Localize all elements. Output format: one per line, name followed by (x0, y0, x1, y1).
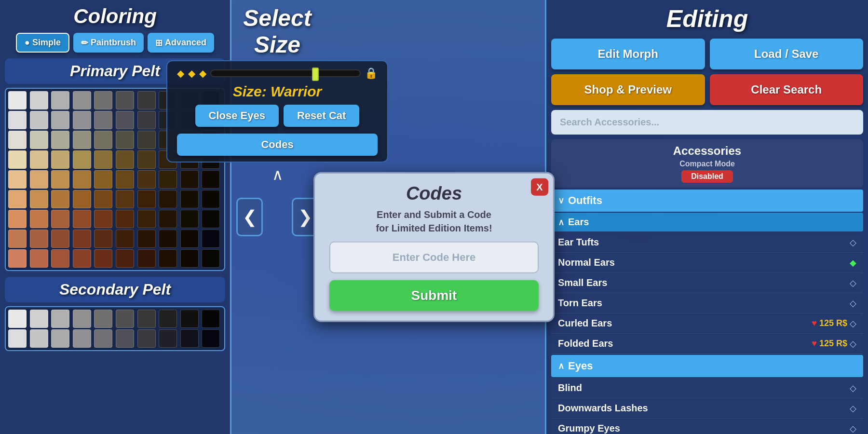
category-outfits[interactable]: ∨ Outfits (551, 190, 863, 212)
chevron-up-icon[interactable]: ∧ (272, 165, 283, 184)
color-cell[interactable] (94, 150, 112, 169)
color-cell[interactable] (51, 91, 69, 109)
color-cell[interactable] (73, 310, 91, 328)
color-cell[interactable] (94, 210, 112, 228)
color-cell[interactable] (30, 131, 48, 149)
color-cell[interactable] (73, 249, 91, 268)
modal-close-button[interactable]: X (531, 178, 548, 196)
codes-button[interactable]: Codes (177, 134, 378, 156)
color-cell[interactable] (180, 310, 199, 328)
color-cell[interactable] (116, 170, 134, 189)
color-cell[interactable] (180, 190, 199, 208)
color-cell[interactable] (8, 230, 27, 248)
color-cell[interactable] (116, 230, 134, 248)
list-item[interactable]: Curled Ears ♥ 125 R$ ◇ (551, 313, 863, 334)
color-cell[interactable] (94, 170, 112, 189)
color-cell[interactable] (180, 249, 199, 268)
color-cell[interactable] (73, 131, 91, 149)
load-save-button[interactable]: Load / Save (710, 39, 864, 69)
color-cell[interactable] (180, 210, 199, 228)
color-cell[interactable] (8, 170, 27, 189)
color-cell[interactable] (137, 329, 156, 348)
color-cell[interactable] (8, 190, 27, 208)
subcategory-ears[interactable]: ∧ Ears (551, 213, 863, 231)
list-item[interactable]: Folded Ears ♥ 125 R$ ◇ (551, 334, 863, 354)
color-cell[interactable] (73, 210, 91, 228)
color-cell[interactable] (8, 91, 27, 109)
compact-mode-value[interactable]: Disabled (681, 170, 733, 183)
list-item[interactable]: Ear Tufts ◇ (551, 232, 863, 253)
color-cell[interactable] (137, 210, 156, 228)
list-item[interactable]: Grumpy Eyes ◇ (551, 419, 863, 434)
color-cell[interactable] (30, 150, 48, 169)
color-cell[interactable] (30, 210, 48, 228)
color-cell[interactable] (116, 249, 134, 268)
color-cell[interactable] (137, 170, 156, 189)
color-cell[interactable] (137, 249, 156, 268)
color-cell[interactable] (51, 111, 69, 129)
color-cell[interactable] (30, 310, 48, 328)
color-cell[interactable] (180, 230, 199, 248)
color-cell[interactable] (73, 190, 91, 208)
color-cell[interactable] (8, 111, 27, 129)
color-cell[interactable] (73, 230, 91, 248)
color-cell[interactable] (137, 111, 156, 129)
color-cell[interactable] (137, 150, 156, 169)
color-cell[interactable] (94, 190, 112, 208)
code-input[interactable] (329, 242, 539, 273)
color-cell[interactable] (51, 131, 69, 149)
list-item[interactable]: Small Ears ◇ (551, 273, 863, 293)
color-cell[interactable] (73, 91, 91, 109)
simple-mode-button[interactable]: ● Simple (16, 33, 69, 53)
color-cell[interactable] (8, 131, 27, 149)
color-cell[interactable] (180, 170, 199, 189)
color-cell[interactable] (159, 329, 177, 348)
color-cell[interactable] (30, 170, 48, 189)
color-cell[interactable] (94, 131, 112, 149)
color-cell[interactable] (51, 230, 69, 248)
color-cell[interactable] (73, 170, 91, 189)
color-cell[interactable] (51, 170, 69, 189)
color-cell[interactable] (116, 111, 134, 129)
shop-preview-button[interactable]: Shop & Preview (551, 74, 705, 105)
color-cell[interactable] (94, 249, 112, 268)
color-cell[interactable] (116, 131, 134, 149)
color-cell[interactable] (137, 131, 156, 149)
close-eyes-button[interactable]: Close Eyes (195, 105, 279, 127)
color-cell[interactable] (202, 329, 220, 348)
color-cell[interactable] (30, 91, 48, 109)
color-cell[interactable] (180, 329, 199, 348)
color-cell[interactable] (94, 230, 112, 248)
advanced-mode-button[interactable]: ⊞ Advanced (148, 33, 214, 53)
color-cell[interactable] (137, 310, 156, 328)
color-cell[interactable] (8, 210, 27, 228)
color-cell[interactable] (51, 190, 69, 208)
color-cell[interactable] (202, 170, 220, 189)
color-cell[interactable] (51, 150, 69, 169)
color-cell[interactable] (116, 310, 134, 328)
color-cell[interactable] (202, 190, 220, 208)
color-cell[interactable] (94, 91, 112, 109)
size-slider[interactable] (210, 69, 361, 77)
color-cell[interactable] (94, 329, 112, 348)
color-cell[interactable] (202, 249, 220, 268)
color-cell[interactable] (137, 91, 156, 109)
color-cell[interactable] (8, 150, 27, 169)
color-cell[interactable] (159, 170, 177, 189)
color-cell[interactable] (94, 111, 112, 129)
list-item[interactable]: Downwards Lashes ◇ (551, 398, 863, 419)
color-cell[interactable] (51, 210, 69, 228)
color-cell[interactable] (30, 249, 48, 268)
color-cell[interactable] (202, 210, 220, 228)
color-cell[interactable] (51, 329, 69, 348)
reset-cat-button[interactable]: Reset Cat (284, 105, 359, 127)
search-accessories-input[interactable] (551, 110, 863, 135)
color-cell[interactable] (116, 190, 134, 208)
color-cell[interactable] (202, 230, 220, 248)
submit-button[interactable]: Submit (329, 280, 539, 311)
list-item[interactable]: Torn Ears ◇ (551, 293, 863, 313)
edit-morph-button[interactable]: Edit Morph (551, 39, 705, 69)
color-cell[interactable] (73, 111, 91, 129)
paintbrush-mode-button[interactable]: ✏ Paintbrush (73, 33, 144, 53)
color-cell[interactable] (8, 249, 27, 268)
